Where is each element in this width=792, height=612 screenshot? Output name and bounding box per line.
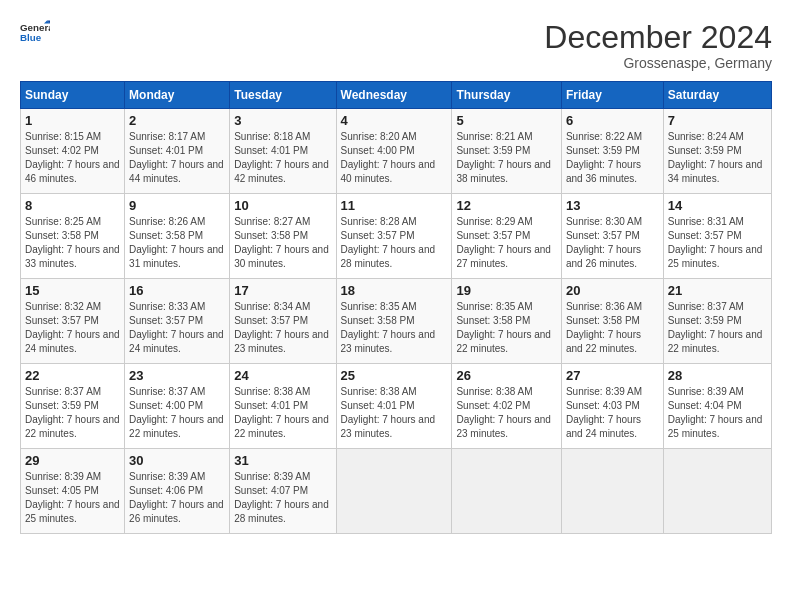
day-info: Sunrise: 8:31 AM Sunset: 3:57 PM Dayligh… [668, 215, 767, 271]
logo: General Blue [20, 20, 50, 45]
day-number: 28 [668, 368, 767, 383]
day-number: 9 [129, 198, 225, 213]
day-number: 13 [566, 198, 659, 213]
calendar-cell: 7Sunrise: 8:24 AM Sunset: 3:59 PM Daylig… [663, 109, 771, 194]
day-number: 30 [129, 453, 225, 468]
subtitle: Grossenaspe, Germany [544, 55, 772, 71]
title-area: December 2024 Grossenaspe, Germany [544, 20, 772, 71]
day-info: Sunrise: 8:39 AM Sunset: 4:04 PM Dayligh… [668, 385, 767, 441]
day-info: Sunrise: 8:29 AM Sunset: 3:57 PM Dayligh… [456, 215, 557, 271]
day-info: Sunrise: 8:38 AM Sunset: 4:01 PM Dayligh… [234, 385, 331, 441]
day-info: Sunrise: 8:17 AM Sunset: 4:01 PM Dayligh… [129, 130, 225, 186]
calendar-cell: 1Sunrise: 8:15 AM Sunset: 4:02 PM Daylig… [21, 109, 125, 194]
calendar-cell: 13Sunrise: 8:30 AM Sunset: 3:57 PM Dayli… [561, 194, 663, 279]
calendar-cell: 5Sunrise: 8:21 AM Sunset: 3:59 PM Daylig… [452, 109, 562, 194]
day-info: Sunrise: 8:30 AM Sunset: 3:57 PM Dayligh… [566, 215, 659, 271]
day-info: Sunrise: 8:32 AM Sunset: 3:57 PM Dayligh… [25, 300, 120, 356]
day-number: 7 [668, 113, 767, 128]
day-info: Sunrise: 8:37 AM Sunset: 3:59 PM Dayligh… [668, 300, 767, 356]
calendar-body: 1Sunrise: 8:15 AM Sunset: 4:02 PM Daylig… [21, 109, 772, 534]
day-info: Sunrise: 8:33 AM Sunset: 3:57 PM Dayligh… [129, 300, 225, 356]
day-info: Sunrise: 8:22 AM Sunset: 3:59 PM Dayligh… [566, 130, 659, 186]
week-row-3: 15Sunrise: 8:32 AM Sunset: 3:57 PM Dayli… [21, 279, 772, 364]
calendar-cell: 20Sunrise: 8:36 AM Sunset: 3:58 PM Dayli… [561, 279, 663, 364]
column-header-sunday: Sunday [21, 82, 125, 109]
day-number: 27 [566, 368, 659, 383]
week-row-2: 8Sunrise: 8:25 AM Sunset: 3:58 PM Daylig… [21, 194, 772, 279]
day-number: 21 [668, 283, 767, 298]
day-info: Sunrise: 8:39 AM Sunset: 4:07 PM Dayligh… [234, 470, 331, 526]
calendar-cell: 23Sunrise: 8:37 AM Sunset: 4:00 PM Dayli… [125, 364, 230, 449]
calendar-cell: 16Sunrise: 8:33 AM Sunset: 3:57 PM Dayli… [125, 279, 230, 364]
column-header-wednesday: Wednesday [336, 82, 452, 109]
calendar-cell [452, 449, 562, 534]
week-row-5: 29Sunrise: 8:39 AM Sunset: 4:05 PM Dayli… [21, 449, 772, 534]
calendar-cell: 27Sunrise: 8:39 AM Sunset: 4:03 PM Dayli… [561, 364, 663, 449]
page-title: December 2024 [544, 20, 772, 55]
day-number: 20 [566, 283, 659, 298]
day-number: 25 [341, 368, 448, 383]
day-number: 15 [25, 283, 120, 298]
day-number: 3 [234, 113, 331, 128]
calendar-table: SundayMondayTuesdayWednesdayThursdayFrid… [20, 81, 772, 534]
logo-icon: General Blue [20, 20, 50, 45]
column-header-friday: Friday [561, 82, 663, 109]
day-number: 29 [25, 453, 120, 468]
day-info: Sunrise: 8:38 AM Sunset: 4:02 PM Dayligh… [456, 385, 557, 441]
week-row-1: 1Sunrise: 8:15 AM Sunset: 4:02 PM Daylig… [21, 109, 772, 194]
day-info: Sunrise: 8:25 AM Sunset: 3:58 PM Dayligh… [25, 215, 120, 271]
day-info: Sunrise: 8:39 AM Sunset: 4:03 PM Dayligh… [566, 385, 659, 441]
day-number: 24 [234, 368, 331, 383]
calendar-cell [561, 449, 663, 534]
calendar-cell: 30Sunrise: 8:39 AM Sunset: 4:06 PM Dayli… [125, 449, 230, 534]
day-number: 14 [668, 198, 767, 213]
calendar-cell: 15Sunrise: 8:32 AM Sunset: 3:57 PM Dayli… [21, 279, 125, 364]
calendar-cell: 29Sunrise: 8:39 AM Sunset: 4:05 PM Dayli… [21, 449, 125, 534]
column-header-monday: Monday [125, 82, 230, 109]
day-number: 31 [234, 453, 331, 468]
calendar-cell: 26Sunrise: 8:38 AM Sunset: 4:02 PM Dayli… [452, 364, 562, 449]
day-info: Sunrise: 8:28 AM Sunset: 3:57 PM Dayligh… [341, 215, 448, 271]
day-number: 19 [456, 283, 557, 298]
day-number: 17 [234, 283, 331, 298]
day-number: 18 [341, 283, 448, 298]
calendar-cell: 9Sunrise: 8:26 AM Sunset: 3:58 PM Daylig… [125, 194, 230, 279]
day-number: 11 [341, 198, 448, 213]
calendar-cell: 21Sunrise: 8:37 AM Sunset: 3:59 PM Dayli… [663, 279, 771, 364]
day-number: 22 [25, 368, 120, 383]
day-number: 2 [129, 113, 225, 128]
calendar-cell: 17Sunrise: 8:34 AM Sunset: 3:57 PM Dayli… [230, 279, 336, 364]
calendar-cell: 25Sunrise: 8:38 AM Sunset: 4:01 PM Dayli… [336, 364, 452, 449]
calendar-cell: 3Sunrise: 8:18 AM Sunset: 4:01 PM Daylig… [230, 109, 336, 194]
day-number: 1 [25, 113, 120, 128]
day-info: Sunrise: 8:26 AM Sunset: 3:58 PM Dayligh… [129, 215, 225, 271]
day-info: Sunrise: 8:37 AM Sunset: 4:00 PM Dayligh… [129, 385, 225, 441]
calendar-cell [336, 449, 452, 534]
calendar-cell: 11Sunrise: 8:28 AM Sunset: 3:57 PM Dayli… [336, 194, 452, 279]
day-info: Sunrise: 8:24 AM Sunset: 3:59 PM Dayligh… [668, 130, 767, 186]
column-header-saturday: Saturday [663, 82, 771, 109]
calendar-cell: 22Sunrise: 8:37 AM Sunset: 3:59 PM Dayli… [21, 364, 125, 449]
day-info: Sunrise: 8:35 AM Sunset: 3:58 PM Dayligh… [341, 300, 448, 356]
day-info: Sunrise: 8:39 AM Sunset: 4:05 PM Dayligh… [25, 470, 120, 526]
day-number: 10 [234, 198, 331, 213]
calendar-cell: 19Sunrise: 8:35 AM Sunset: 3:58 PM Dayli… [452, 279, 562, 364]
day-number: 8 [25, 198, 120, 213]
calendar-cell: 12Sunrise: 8:29 AM Sunset: 3:57 PM Dayli… [452, 194, 562, 279]
day-number: 5 [456, 113, 557, 128]
day-info: Sunrise: 8:20 AM Sunset: 4:00 PM Dayligh… [341, 130, 448, 186]
day-number: 23 [129, 368, 225, 383]
day-info: Sunrise: 8:37 AM Sunset: 3:59 PM Dayligh… [25, 385, 120, 441]
calendar-cell: 6Sunrise: 8:22 AM Sunset: 3:59 PM Daylig… [561, 109, 663, 194]
column-header-tuesday: Tuesday [230, 82, 336, 109]
calendar-cell [663, 449, 771, 534]
calendar-cell: 14Sunrise: 8:31 AM Sunset: 3:57 PM Dayli… [663, 194, 771, 279]
calendar-cell: 10Sunrise: 8:27 AM Sunset: 3:58 PM Dayli… [230, 194, 336, 279]
day-info: Sunrise: 8:27 AM Sunset: 3:58 PM Dayligh… [234, 215, 331, 271]
calendar-cell: 2Sunrise: 8:17 AM Sunset: 4:01 PM Daylig… [125, 109, 230, 194]
day-number: 4 [341, 113, 448, 128]
day-number: 26 [456, 368, 557, 383]
day-info: Sunrise: 8:21 AM Sunset: 3:59 PM Dayligh… [456, 130, 557, 186]
day-info: Sunrise: 8:18 AM Sunset: 4:01 PM Dayligh… [234, 130, 331, 186]
column-header-thursday: Thursday [452, 82, 562, 109]
